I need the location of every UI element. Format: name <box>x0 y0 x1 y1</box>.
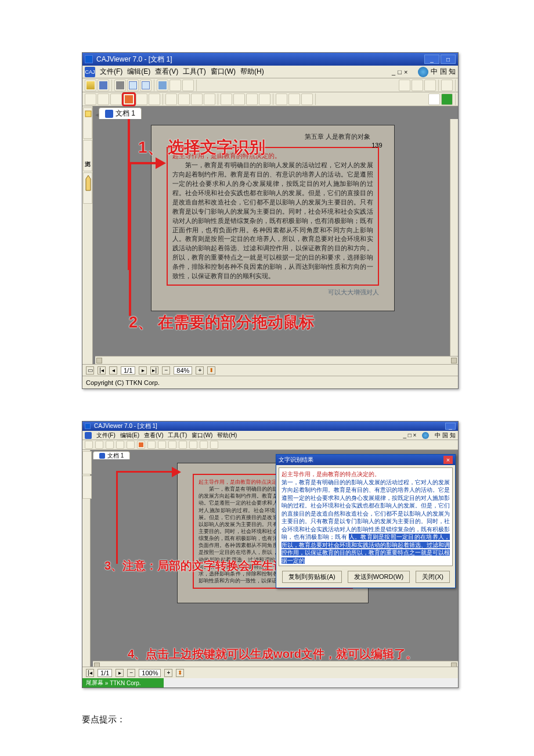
ocr-button[interactable] <box>123 93 135 105</box>
undo-button[interactable] <box>169 80 181 91</box>
view-cont-button[interactable] <box>412 80 423 91</box>
menu-edit[interactable]: 编辑(E) <box>120 431 139 440</box>
menu-file[interactable]: 文件(F) <box>100 67 122 77</box>
ocr-selection-rect[interactable]: 起主导作用，是由教育的特点决定的。 第一，教育是有明确目的的影响人发展的活动过程… <box>167 147 379 286</box>
page-input[interactable]: 1/1 <box>121 366 135 375</box>
ocr-button[interactable] <box>137 441 145 449</box>
window-maximize-button[interactable]: □ <box>441 55 456 64</box>
view-facing-button[interactable] <box>424 80 436 91</box>
info-button[interactable] <box>210 441 218 449</box>
side-tab-pencil[interactable] <box>82 476 92 499</box>
bookmark-button[interactable] <box>276 93 287 105</box>
menu-edit[interactable]: 编辑(E) <box>127 67 150 77</box>
fit-page-button[interactable]: ⬍ <box>176 669 184 677</box>
line-tool-button[interactable] <box>168 441 176 449</box>
ocr-copy-button[interactable]: 复制到剪贴板(A) <box>282 571 342 583</box>
hand-tool-button[interactable] <box>85 93 96 105</box>
next-page-button[interactable]: ▸ <box>139 366 147 375</box>
next-page-button[interactable]: ▸ <box>116 669 124 677</box>
window-minimize-button[interactable]: _ <box>424 55 439 64</box>
print-button[interactable] <box>106 441 114 449</box>
document-tab-1[interactable]: 文档 1 <box>99 107 142 119</box>
fit-page-button[interactable]: ⬍ <box>207 366 215 375</box>
mdi-close-icon[interactable]: × <box>404 69 407 75</box>
zoom-input[interactable]: 84% <box>174 366 192 375</box>
highlight-button[interactable] <box>158 441 166 449</box>
zoom-out-button[interactable]: − <box>162 366 170 375</box>
horizontal-scrollbar[interactable] <box>95 356 458 364</box>
favorite-button[interactable] <box>288 93 300 105</box>
favorite-button[interactable] <box>200 441 208 449</box>
save-button[interactable] <box>98 80 109 91</box>
menu-view[interactable]: 查看(V) <box>155 67 178 77</box>
select-text-button[interactable] <box>98 93 109 105</box>
menu-window[interactable]: 窗口(W) <box>211 67 236 77</box>
page-canvas[interactable]: 第五章 人是教育的对象 139 起主导作用，是由教育的特点决定的。 第一，教育是… <box>95 119 450 356</box>
go-button[interactable] <box>441 93 453 105</box>
layout-single-icon[interactable]: ▭ <box>86 366 94 375</box>
text-note-button[interactable] <box>233 93 245 105</box>
zoom-input[interactable]: 100% <box>139 669 161 677</box>
side-tab-outline[interactable] <box>82 451 92 474</box>
menu-help[interactable]: 帮助(H) <box>217 431 237 440</box>
select-image-button[interactable] <box>110 93 122 105</box>
snapshot-button[interactable] <box>127 441 135 449</box>
ocr-send-word-button[interactable]: 发送到WORD(W) <box>348 571 410 583</box>
paste-button[interactable] <box>140 80 151 91</box>
copy-button[interactable] <box>127 80 139 91</box>
menu-tools[interactable]: 工具(T) <box>183 67 205 77</box>
menu-tools[interactable]: 工具(T) <box>168 431 187 440</box>
menu-window[interactable]: 窗口(W) <box>192 431 212 440</box>
prev-page-button[interactable]: ◂ <box>109 366 117 375</box>
zoom-in-button[interactable]: + <box>196 366 204 375</box>
scroll-left-icon[interactable] <box>96 358 102 363</box>
snapshot-button[interactable] <box>157 80 168 91</box>
rect-tool-button[interactable] <box>191 93 203 105</box>
link-button[interactable] <box>246 93 258 105</box>
redo-button[interactable] <box>182 80 194 91</box>
print-button[interactable] <box>114 80 126 91</box>
first-page-button[interactable]: |◂ <box>86 669 94 677</box>
mdi-minimize-icon[interactable]: _ <box>392 69 395 75</box>
bookmark-button[interactable] <box>189 441 197 449</box>
open-button[interactable] <box>85 80 96 91</box>
annotate-button[interactable] <box>147 441 156 449</box>
ellipse-tool-button[interactable] <box>204 93 215 105</box>
zoom-out-button[interactable]: − <box>127 669 135 677</box>
stamp-button[interactable] <box>221 93 232 105</box>
scroll-right-icon[interactable] <box>451 358 457 363</box>
pencil-tool-button[interactable] <box>178 93 190 105</box>
mdi-restore-icon[interactable]: □ <box>398 69 402 75</box>
info-button[interactable] <box>301 93 313 105</box>
menu-help[interactable]: 帮助(H) <box>240 67 264 77</box>
zoom-in-button[interactable]: + <box>164 669 172 677</box>
ocr-text-area[interactable]: 起主导作用，是由教育的特点决定的。 第一，教育是有明确目的的影响人发展的活动过程… <box>279 467 453 566</box>
annotate-button[interactable] <box>136 93 147 105</box>
window-minimize-button[interactable]: _ <box>445 423 456 430</box>
open-button[interactable] <box>85 441 93 449</box>
page-input[interactable]: 1/1 <box>98 669 112 677</box>
side-tab-outline[interactable]: 浏览 <box>83 140 92 171</box>
side-tab-pencil[interactable] <box>83 172 92 204</box>
view-single-button[interactable] <box>399 80 410 91</box>
ocr-panel-close-button[interactable]: × <box>443 456 453 464</box>
settings-button[interactable] <box>441 80 453 91</box>
vertical-scrollbar[interactable] <box>450 119 458 356</box>
last-page-button[interactable]: ▸| <box>150 366 158 375</box>
ocr-close-button[interactable]: 关闭(X) <box>416 571 450 583</box>
save-button[interactable] <box>95 441 103 449</box>
line-tool-button[interactable] <box>165 93 177 105</box>
mdi-close-icon[interactable]: _ □ × <box>403 432 416 438</box>
menu-view[interactable]: 查看(V) <box>144 431 163 440</box>
side-tab-note[interactable] <box>83 107 92 139</box>
highlight-button[interactable] <box>149 93 160 105</box>
document-tab-1[interactable]: 文档 1 <box>93 451 130 459</box>
search-dropdown[interactable] <box>428 93 440 105</box>
rect-tool-button[interactable] <box>179 441 187 449</box>
app-logo-icon <box>85 423 91 429</box>
menu-file[interactable]: 文件(F) <box>96 431 116 440</box>
attachment-button[interactable] <box>259 93 270 105</box>
tips-heading: 要点提示： <box>82 714 534 725</box>
first-page-button[interactable]: |◂ <box>98 366 106 375</box>
copy-button[interactable] <box>116 441 124 449</box>
